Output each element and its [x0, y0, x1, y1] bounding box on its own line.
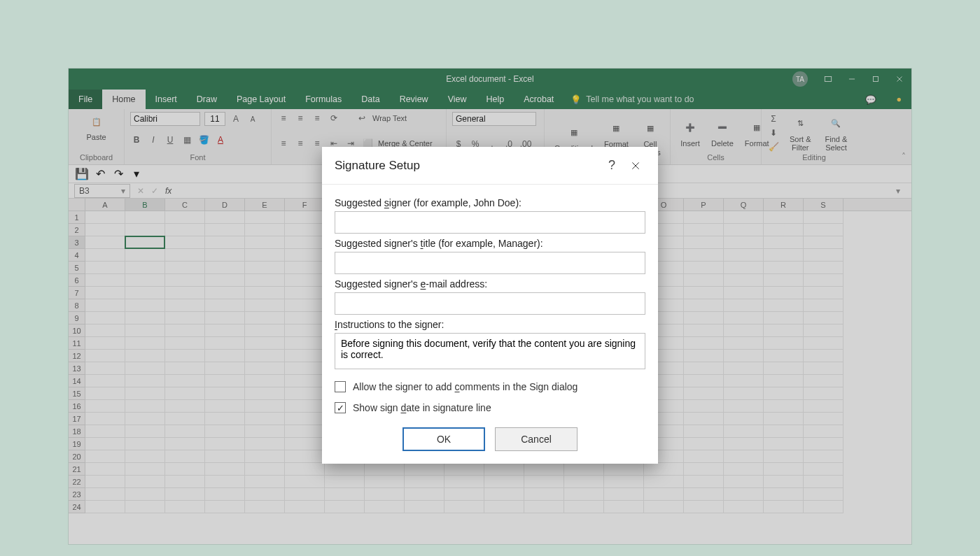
instructions-label: Instructions to the signer:: [335, 319, 645, 330]
allow-comments-label: Allow the signer to add comments in the …: [353, 381, 578, 392]
show-sign-date-row[interactable]: Show sign date in signature line: [335, 402, 645, 413]
dialog-help-icon[interactable]: ?: [602, 156, 622, 176]
suggested-signer-label: Suggested signer (for example, John Doe)…: [335, 197, 645, 208]
ok-button[interactable]: OK: [402, 427, 485, 451]
cancel-button[interactable]: Cancel: [495, 427, 578, 451]
signer-email-input[interactable]: [335, 292, 645, 315]
signer-title-input[interactable]: [335, 252, 645, 274]
allow-comments-checkbox[interactable]: [335, 381, 346, 392]
dialog-title: Signature Setup: [335, 159, 598, 173]
show-sign-date-label: Show sign date in signature line: [353, 402, 491, 413]
signature-setup-dialog: Signature Setup ? Suggested signer (for …: [322, 147, 658, 464]
allow-comments-row[interactable]: Allow the signer to add comments in the …: [335, 381, 645, 392]
signer-title-label: Suggested signer's title (for example, M…: [335, 238, 645, 249]
dialog-titlebar: Signature Setup ?: [322, 147, 658, 185]
suggested-signer-input[interactable]: [335, 211, 645, 234]
signer-email-label: Suggested signer's e-mail address:: [335, 278, 645, 290]
instructions-textarea[interactable]: [335, 333, 645, 369]
dialog-close-icon[interactable]: [626, 156, 645, 176]
show-sign-date-checkbox[interactable]: [335, 402, 346, 413]
